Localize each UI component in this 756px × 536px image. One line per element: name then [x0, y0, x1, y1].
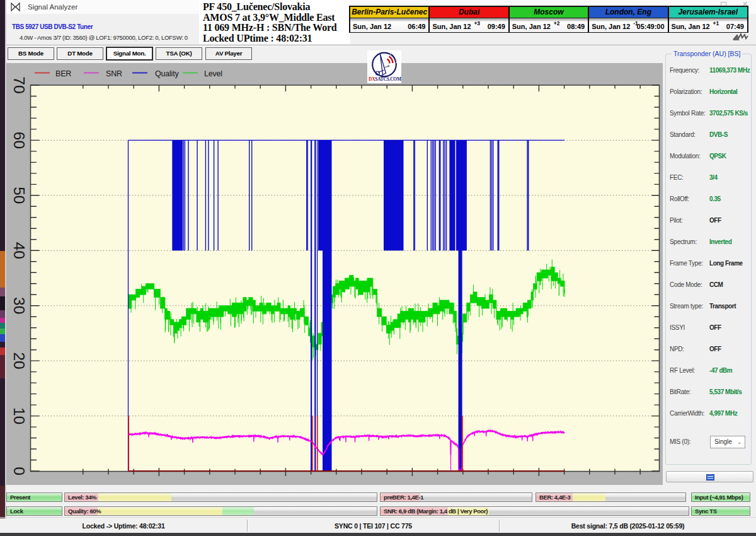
svg-text:60: 60 [11, 132, 28, 149]
svg-text:20: 20 [11, 352, 28, 369]
svg-text:BER: BER [55, 69, 71, 78]
svg-text:70: 70 [11, 76, 28, 93]
svg-text:40: 40 [11, 242, 28, 259]
svg-text:50: 50 [11, 187, 28, 204]
svg-text:Quality: Quality [155, 69, 179, 78]
svg-text:10: 10 [11, 407, 28, 424]
svg-text:Level: Level [204, 69, 222, 78]
svg-text:DXSATCS.COM: DXSATCS.COM [369, 76, 401, 82]
svg-text:SNR: SNR [106, 69, 122, 78]
svg-text:30: 30 [11, 297, 28, 314]
svg-text:0: 0 [11, 467, 28, 475]
